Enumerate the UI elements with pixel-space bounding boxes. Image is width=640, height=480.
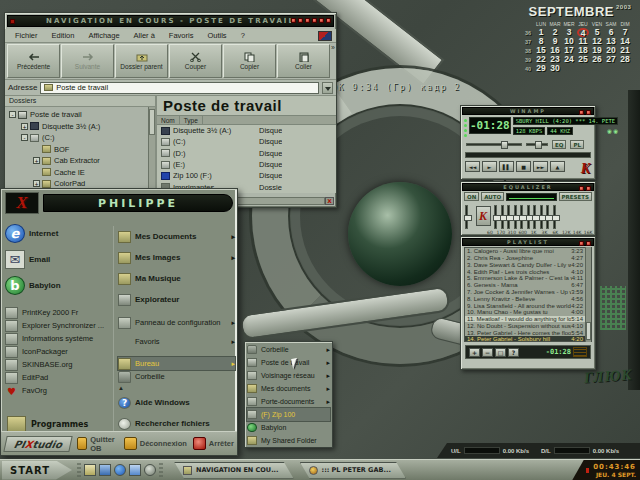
eq-band-slider[interactable]: [546, 205, 549, 229]
eq-on-button[interactable]: ON: [464, 192, 479, 201]
column-headers[interactable]: NomType: [157, 115, 336, 125]
playlist-track-row[interactable]: 12. No Doubt - Suspension without suspen…: [465, 322, 585, 329]
menu-aide[interactable]: ?: [235, 28, 251, 43]
tree-item[interactable]: + Cab Extractor: [9, 155, 148, 167]
winamp-title-buttons[interactable]: [579, 110, 591, 115]
quick-launch-icon[interactable]: [99, 464, 111, 476]
tree-expander[interactable]: -: [9, 111, 16, 118]
address-input[interactable]: Poste de travail: [40, 82, 319, 94]
quick-launch-icon[interactable]: [129, 464, 141, 476]
eq-presets-button[interactable]: PRESETS: [559, 192, 592, 201]
address-dropdown-button[interactable]: [322, 82, 333, 94]
menu-favoris[interactable]: Favoris: [163, 28, 200, 43]
eq-toggle-button[interactable]: EQ: [552, 140, 566, 149]
eq-band-slider[interactable]: [501, 205, 504, 229]
transport-button[interactable]: ▲: [550, 161, 565, 172]
start-menu-item[interactable]: Explorer Synchronizer ...: [5, 319, 111, 332]
playlist-track-row[interactable]: 1. Calogero - Aussi libre que moi 3:23: [465, 248, 585, 255]
track-marquee[interactable]: SBURY HILL (4:20) *** 14. PETE: [513, 117, 618, 125]
back-button[interactable]: Précédente: [7, 44, 60, 78]
seek-bar[interactable]: [465, 152, 591, 158]
start-menu-item[interactable]: ♥ FavOrg: [5, 384, 111, 397]
submenu-item[interactable]: Mes documents ▸: [247, 382, 330, 395]
tree-expander[interactable]: +: [33, 180, 40, 187]
eq-band-slider[interactable]: [514, 205, 517, 229]
playlist-track-row[interactable]: 7. Joe Cocker & Jennifer Warnes - Up whe…: [465, 289, 585, 296]
submenu-item[interactable]: Poste de travail ▸: [247, 356, 330, 369]
transport-button[interactable]: ▌▌: [499, 161, 514, 172]
transport-button[interactable]: ►: [482, 161, 497, 172]
start-menu-item[interactable]: Panneau de configuration ▸: [118, 316, 235, 329]
start-menu-item[interactable]: Favoris ▸: [118, 335, 235, 348]
transport-button[interactable]: ■: [516, 161, 531, 172]
playlist-list-button[interactable]: [573, 347, 587, 357]
tree-expander[interactable]: +: [33, 157, 40, 164]
equalizer-titlebar[interactable]: EQUALIZER: [462, 183, 594, 191]
tree-item[interactable]: Cache IE: [9, 167, 148, 179]
playlist-track-row[interactable]: 6. Genesis - Mama 6:47: [465, 282, 585, 289]
file-row[interactable]: (E:) Disque: [157, 159, 336, 170]
copy-button[interactable]: Copier: [223, 44, 276, 78]
shutdown-button[interactable]: Arrêter: [193, 437, 234, 450]
playlist-track-row[interactable]: 9. Lisa Stansfield - All around the worl…: [465, 302, 585, 309]
start-menu-item[interactable]: e Internet: [5, 220, 111, 246]
titlebar-buttons[interactable]: [291, 18, 331, 23]
menu-edition[interactable]: Edition: [46, 28, 81, 43]
submenu-item[interactable]: Porte-documents ▸: [247, 395, 330, 408]
winamp-titlebar[interactable]: WINAMP: [462, 107, 594, 115]
playlist-track-row[interactable]: 3. Dave Stewart & Candy Dulfer - Lily wa…: [465, 262, 585, 269]
tree-expander[interactable]: -: [21, 134, 28, 141]
time-display[interactable]: -01:28: [469, 117, 511, 134]
tree-item[interactable]: + Disquette 3½ (A:): [9, 121, 148, 133]
playlist-add-button[interactable]: +: [469, 348, 480, 357]
preamp-slider[interactable]: [465, 205, 468, 229]
menu-fichier[interactable]: Fichier: [9, 28, 44, 43]
playlist-track-row[interactable]: 14. Peter Gabriel - Solsbury hill 4:20: [465, 336, 585, 342]
start-menu-item[interactable]: IconPackager: [5, 345, 111, 358]
playlist-misc-button[interactable]: ?: [508, 348, 519, 357]
start-menu-item[interactable]: Corbeille: [118, 370, 235, 383]
volume-slider[interactable]: [466, 143, 522, 146]
equalizer-title-buttons[interactable]: [579, 186, 591, 191]
submenu-item[interactable]: My Shared Folder: [247, 434, 330, 447]
forward-button[interactable]: Suivante: [61, 44, 114, 78]
submenu-item[interactable]: Babylon: [247, 421, 330, 434]
playlist-scrollbar[interactable]: [585, 247, 591, 342]
submenu-item[interactable]: Corbeille ▸: [247, 343, 330, 356]
file-row[interactable]: Disquette 3½ (A:) Disque: [157, 125, 336, 136]
playlist-title-buttons[interactable]: [579, 241, 591, 246]
tree-item[interactable]: - (C:): [9, 132, 148, 144]
file-row[interactable]: (C:) Disque: [157, 136, 336, 147]
start-menu-item[interactable]: Mes Documents ▸: [118, 226, 235, 247]
eq-band-slider[interactable]: [507, 205, 510, 229]
quick-launch-icon[interactable]: [84, 464, 96, 476]
eq-band-slider[interactable]: [540, 205, 543, 229]
task-button[interactable]: NAVIGATION EN COU...: [174, 462, 294, 479]
programs-item[interactable]: Programmes: [7, 416, 88, 432]
playlist-track-row[interactable]: 2. Chris Rea - Josephine 4:27: [465, 255, 585, 262]
playlist-track-row[interactable]: 4. Edith Piaf - Les trois cloches 4:10: [465, 268, 585, 275]
start-menu-item[interactable]: ✉ Email: [5, 246, 111, 272]
start-menu-item[interactable]: Explorateur: [118, 289, 235, 310]
eq-band-slider[interactable]: [533, 205, 536, 229]
paste-button[interactable]: Coller: [277, 44, 330, 78]
quick-launch-icon[interactable]: [144, 464, 156, 476]
playlist-track-row[interactable]: 5. Emmerson Lake & Palmer - C'est la vie…: [465, 275, 585, 282]
eq-band-slider[interactable]: [520, 205, 523, 229]
file-row[interactable]: Zip 100 (F:) Disque: [157, 170, 336, 181]
column-header[interactable]: Type: [180, 116, 203, 124]
menu-aller-a[interactable]: Aller à: [128, 28, 161, 43]
menu-outils[interactable]: Outils: [201, 28, 232, 43]
start-menu-item[interactable]: ? Aide Windows: [118, 392, 235, 413]
transport-button[interactable]: ►►: [533, 161, 548, 172]
cut-button[interactable]: Couper: [169, 44, 222, 78]
submenu-item[interactable]: Voisinage réseau ▸: [247, 369, 330, 382]
eq-band-slider[interactable]: [494, 205, 497, 229]
playlist-track-row[interactable]: 11. Meatloaf - I would do anything for l…: [465, 316, 585, 323]
explorer-titlebar[interactable]: NAVIGATION EN COURS - POSTE DE TRAVAIL: [7, 15, 334, 27]
start-menu-item[interactable]: Ma Musique: [118, 268, 235, 289]
submenu-item[interactable]: (F) Zip 100: [247, 408, 330, 421]
eq-band-slider[interactable]: [553, 205, 556, 229]
tree-expander[interactable]: +: [21, 123, 28, 130]
start-menu-item[interactable]: b Babylon: [5, 272, 111, 298]
